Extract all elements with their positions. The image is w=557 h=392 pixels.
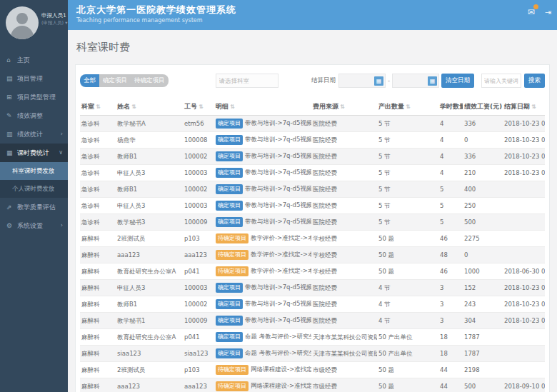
filter-all-button[interactable]: 全部 <box>80 74 99 87</box>
date-from-field[interactable]: ▦ <box>338 74 386 88</box>
calendar-icon[interactable]: ▦ <box>374 76 383 86</box>
date-to-input[interactable] <box>393 78 428 84</box>
project-status-badge: 待确定项目 <box>216 233 249 243</box>
date-to-field[interactable]: ▦ <box>392 74 439 88</box>
home-icon: ⌂ <box>6 51 15 69</box>
detail-text: 带教与培训->7q-d5视频培训 <box>245 218 311 225</box>
cell-date <box>503 346 545 362</box>
cell-date: 2018-09-10 00:00:00 <box>503 378 545 392</box>
sidebar-item-course-fee-stats[interactable]: ▦ 课时费统计 ∨ <box>0 144 68 162</box>
col-header-hours[interactable]: 学时数量⇅ <box>438 99 463 116</box>
cell-date <box>503 214 545 231</box>
filter-pending-button[interactable]: 待确定项目 <box>131 74 169 87</box>
cell-name: 教学秘书1 <box>116 313 183 329</box>
gear-icon: ⚙ <box>6 216 15 235</box>
sidebar-item-performance-adjust[interactable]: ✎ 绩效调整 <box>0 106 68 125</box>
cell-date: 2018-10-23 00:00:00 <box>503 296 545 313</box>
sidebar-item-home[interactable]: ⌂ 主页 <box>0 51 68 69</box>
col-header-detail[interactable]: 明细⇅ <box>214 99 311 116</box>
col-header-wage[interactable]: 绩效工资(元)⇅ <box>463 99 503 116</box>
cell-wage: 1787 <box>463 346 503 362</box>
table-row: 麻醉科2班测试员p103待确定项目教学评价->准找定->本科->无接收人学校经费… <box>80 231 545 247</box>
keyword-search-input[interactable] <box>481 74 521 88</box>
project-status-badge: 确定项目 <box>216 348 243 358</box>
cell-name: aaa123 <box>116 378 183 392</box>
cell-source: 医院经费 <box>311 165 377 181</box>
cell-source: 学校经费 <box>311 263 377 280</box>
user-profile[interactable]: 申报人员1 (申报人员) ▾ <box>0 0 68 48</box>
detail-text: 教学评价->准找定->本科->无接收人 <box>251 251 311 258</box>
sort-icon: ⇅ <box>199 104 204 110</box>
search-button[interactable]: 搜索 <box>524 74 545 88</box>
cell-source: 市级经费 <box>311 378 377 392</box>
cell-dept: 急诊科 <box>80 116 116 132</box>
user-role-dropdown[interactable]: (申报人员) ▾ <box>41 19 67 26</box>
col-label: 产出数量 <box>378 103 404 110</box>
sidebar-item-label: 绩效调整 <box>17 112 43 119</box>
clear-date-button[interactable]: 清空日期 <box>441 74 474 88</box>
sidebar-item-label: 绩效统计 <box>17 131 43 138</box>
sidebar-item-project-type-management[interactable]: ⊞ 项目类型管理 <box>0 88 68 106</box>
table-row: 麻醉科教师B1100002确定项目带教与培训->7q-d5视频培训医院经费4 节… <box>80 296 545 313</box>
calendar-icon[interactable]: ▦ <box>428 76 437 86</box>
sidebar-item-system-settings[interactable]: ⚙ 系统设置 › <box>0 216 68 235</box>
project-status-badge: 确定项目 <box>216 168 243 178</box>
sidebar-item-project-management[interactable]: ▤ 项目管理 <box>0 69 68 88</box>
sidebar-subitem-dept-course-fee[interactable]: 科室课时费发放 <box>0 162 68 180</box>
sidebar-item-teaching-quality-eval[interactable]: ⇗ 教学质量评估 <box>0 198 68 216</box>
project-status-badge: 确定项目 <box>216 299 243 309</box>
cell-empid: 100003 <box>183 165 214 181</box>
cell-date: 2018-10-23 00:00:00 <box>503 280 545 296</box>
cell-name: 杨燕华 <box>116 132 183 149</box>
cell-hours: 5 <box>438 198 463 214</box>
detail-text: 教学评价->准找定->本科->无接收人 <box>251 267 311 274</box>
col-header-name[interactable]: 姓名⇅ <box>116 99 183 116</box>
cell-hours: 5 <box>438 181 463 198</box>
cell-detail: 确定项目带教与培训->7q-d5视频培训 <box>214 214 311 231</box>
content-panel: 全部 确定项目 待确定项目 结算日期 ▦ - ▦ 清空日期 搜索 <box>75 64 550 392</box>
col-label: 科室 <box>81 103 94 110</box>
date-from-input[interactable] <box>339 78 374 84</box>
cell-detail: 待确定项目网络课程建设->准找定->本科->学员 <box>214 378 311 392</box>
col-header-empid[interactable]: 工号⇅ <box>183 99 214 116</box>
cell-wage: 243 <box>463 296 503 313</box>
message-icon[interactable]: ✉ <box>528 7 535 17</box>
cell-dept: 麻醉科 <box>80 362 116 378</box>
cell-empid: aaa123 <box>183 247 214 263</box>
col-header-dept[interactable]: 科室⇅ <box>80 99 116 116</box>
sidebar-item-label: 项目管理 <box>17 75 43 82</box>
cell-empid: etm56 <box>183 116 214 132</box>
cell-detail: 确定项目命题 考教与评价->研究生-其它-教师 <box>214 346 311 362</box>
cell-detail: 确定项目带教与培训->7q-d5视频培训 <box>214 296 311 313</box>
col-header-date[interactable]: 结算日期⇅ <box>503 99 545 116</box>
toolbar: 全部 确定项目 待确定项目 结算日期 ▦ - ▦ 清空日期 搜索 <box>80 74 545 88</box>
detail-text: 命题 考教与评价->研究生-其它-教师 <box>245 333 311 340</box>
cell-hours: 3 <box>438 280 463 296</box>
sidebar-subitem-personal-course-fee[interactable]: 个人课时费发放 <box>0 180 68 198</box>
col-header-source[interactable]: 费用来源⇅ <box>311 99 377 116</box>
cell-empid: 100002 <box>183 181 214 198</box>
cell-detail: 确定项目带教与培训->7q-d5视频培训 <box>214 313 311 329</box>
table-row: 急诊科申征人员3100003确定项目带教与培训->7q-d5视频培训医院经费5 … <box>80 198 545 214</box>
cell-hours: 18 <box>438 346 463 362</box>
sidebar-item-performance-stats[interactable]: ▥ 绩效统计 › <box>0 125 68 144</box>
department-select-input[interactable] <box>216 74 278 88</box>
cell-dept: 急诊科 <box>80 132 116 149</box>
cell-source: 医院经费 <box>311 116 377 132</box>
cell-date <box>503 181 545 198</box>
sort-icon: ⇅ <box>406 104 411 110</box>
sidebar-item-label: 课时费统计 <box>17 149 49 156</box>
cell-empid: p041 <box>183 329 214 346</box>
cell-hours: 3 <box>438 296 463 313</box>
logout-icon[interactable]: ⇥ <box>545 8 551 17</box>
cell-dept: 麻醉科 <box>80 313 116 329</box>
app-subtitle: Teaching performance management system <box>76 17 557 24</box>
filter-confirmed-button[interactable]: 确定项目 <box>99 74 131 87</box>
top-bar: 北京大学第一医院教学绩效管理系统 Teaching performance ma… <box>68 0 557 30</box>
col-header-output[interactable]: 产出数量⇅ <box>377 99 438 116</box>
cell-wage: 1787 <box>463 329 503 346</box>
cell-dept: 急诊科 <box>80 181 116 198</box>
cell-output: 5 节 <box>377 181 438 198</box>
date-range-separator: - <box>388 77 390 84</box>
cell-hours: 4 <box>438 165 463 181</box>
